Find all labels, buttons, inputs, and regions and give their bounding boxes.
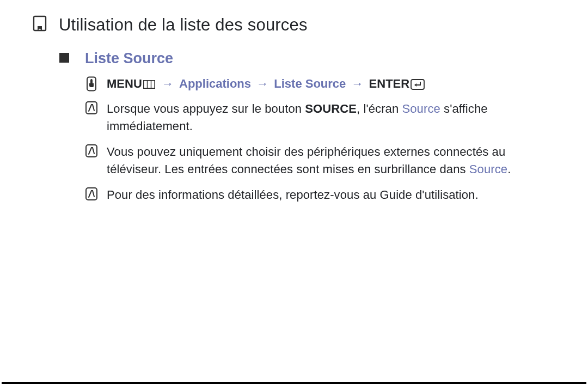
svg-rect-3 <box>144 81 155 88</box>
note-2: Vous pouvez uniquement choisir des périp… <box>107 143 555 179</box>
nav-applications: Applications <box>179 77 251 90</box>
note-1-part-d: Source <box>402 102 440 115</box>
menu-glyph-icon <box>143 80 155 89</box>
note-2-part-c: . <box>507 162 511 176</box>
bookmark-bullet-icon <box>33 15 47 32</box>
menu-label: MENU <box>107 77 142 90</box>
note-n-icon <box>85 144 98 158</box>
svg-rect-8 <box>86 145 97 157</box>
svg-rect-9 <box>86 188 97 200</box>
page-bottom-strip <box>2 382 586 384</box>
arrow-3: → <box>351 77 363 90</box>
note-3: Pour des informations détaillées, report… <box>107 186 479 204</box>
navigation-path: MENU → Applications → Liste Source → ENT… <box>107 76 425 93</box>
note-1: Lorsque vous appuyez sur le bouton SOURC… <box>107 100 555 136</box>
arrow-2: → <box>256 77 268 90</box>
remote-o-icon <box>85 76 98 92</box>
svg-rect-7 <box>86 102 97 114</box>
subsection-title: Liste Source <box>85 50 173 67</box>
note-n-icon <box>85 101 98 115</box>
note-1-part-a: Lorsque vous appuyez sur le bouton <box>107 102 305 115</box>
note-n-icon <box>85 187 98 201</box>
note-1-part-c: , l'écran <box>357 102 402 115</box>
square-bullet-icon <box>59 52 70 63</box>
svg-rect-1 <box>59 53 69 63</box>
arrow-1: → <box>162 77 174 90</box>
page-title: Utilisation de la liste des sources <box>59 15 308 35</box>
note-1-part-b: SOURCE <box>305 102 357 115</box>
note-2-part-a: Vous pouvez uniquement choisir des périp… <box>107 145 505 176</box>
nav-liste-source: Liste Source <box>274 77 346 90</box>
enter-label: ENTER <box>369 77 410 90</box>
note-2-part-b: Source <box>469 162 507 176</box>
enter-glyph-icon <box>411 79 425 90</box>
